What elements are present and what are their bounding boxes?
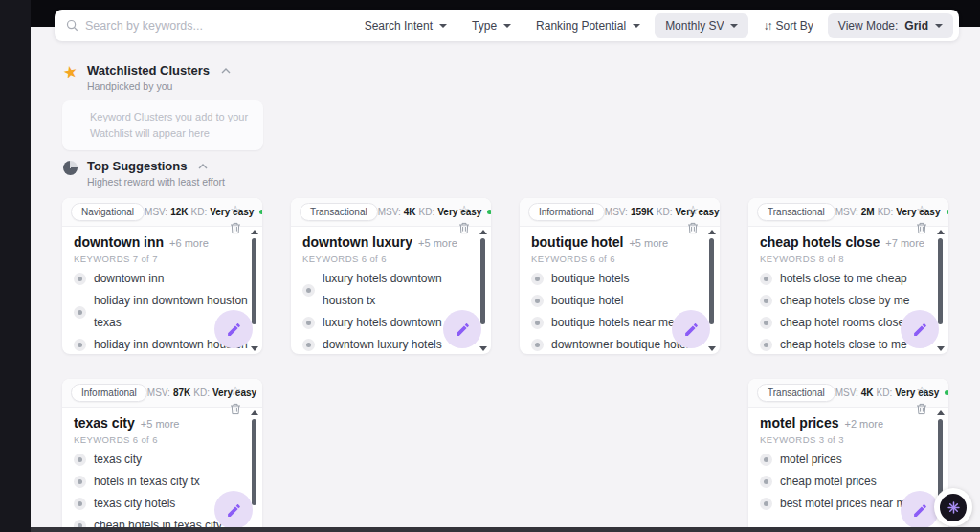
scroll-up-icon[interactable] [937, 230, 945, 234]
card-metrics: MSV:2M KD:Very easy [835, 207, 948, 217]
intent-badge[interactable]: Transactional [300, 203, 378, 221]
scroll-up-icon[interactable] [937, 410, 945, 415]
delete-cluster-button[interactable] [230, 403, 241, 415]
watchlist-star-button[interactable]: ☆ [916, 204, 927, 216]
collapse-chevron-icon[interactable] [221, 68, 231, 74]
keyword-label: cheap motel prices [780, 471, 877, 493]
intent-badge[interactable]: Informational [71, 384, 147, 402]
keyword-label: downtown luxury hotels [323, 334, 442, 354]
keyword-bullet-icon [760, 339, 772, 351]
keyword-label: luxury hotels downtown houston tx [323, 268, 479, 312]
filter-ranking-potential[interactable]: Ranking Potential [525, 13, 651, 38]
trash-icon [687, 222, 699, 234]
keyword-label: cheap hotels in texas city [94, 515, 222, 527]
keyword-item[interactable]: hotels close to me cheap [760, 268, 937, 290]
assistant-starburst-icon [940, 494, 967, 521]
keyword-bullet-icon [760, 454, 772, 466]
intent-badge[interactable]: Transactional [757, 384, 835, 402]
cluster-card: Transactional MSV:2M KD:Very easy cheap … [748, 198, 948, 354]
filter-search-intent[interactable]: Search Intent [354, 13, 457, 38]
view-mode-button[interactable]: View Mode:Grid [828, 13, 953, 38]
more-keywords-label: +5 more [418, 235, 457, 251]
keywords-count: KEYWORDS 7 of 7 [74, 254, 251, 264]
edit-pencil-button[interactable] [901, 310, 939, 348]
more-keywords-label: +2 more [844, 416, 883, 432]
keyword-item[interactable]: cheap motel prices [760, 471, 937, 493]
kd-status-dot [945, 390, 948, 395]
msv-label: MSV: [145, 207, 167, 217]
intent-badge[interactable]: Navigational [71, 203, 145, 221]
assistant-fab-button[interactable] [934, 488, 972, 526]
cluster-cards-grid: Navigational MSV:12K KD:Very easy downto… [62, 198, 948, 527]
keyword-item[interactable]: downtown inn [74, 268, 251, 290]
scrollbar-thumb[interactable] [252, 419, 256, 505]
keyword-item[interactable]: boutique hotels [531, 268, 708, 290]
edit-pencil-button[interactable] [443, 310, 481, 348]
keyword-item[interactable]: motel prices [760, 449, 937, 471]
filter-monthly-sv[interactable]: Monthly SV [655, 13, 748, 38]
msv-value: 12K [170, 207, 188, 217]
watchlist-star-icon: ★ [62, 64, 78, 80]
toolbar-filters: Search Intent Type Ranking Potential Mon… [354, 13, 953, 38]
delete-cluster-button[interactable] [916, 222, 927, 234]
msv-label: MSV: [147, 388, 170, 398]
keywords-count: KEYWORDS 6 of 6 [531, 254, 708, 264]
delete-cluster-button[interactable] [230, 222, 241, 234]
watchlist-star-button[interactable]: ☆ [230, 204, 241, 216]
filter-type[interactable]: Type [461, 13, 522, 38]
scroll-down-icon[interactable] [937, 346, 945, 351]
scrollbar-thumb[interactable] [252, 238, 256, 324]
scroll-down-icon[interactable] [251, 346, 258, 351]
keyword-item[interactable]: cheap hotels close by me [760, 290, 937, 312]
delete-cluster-button[interactable] [916, 403, 927, 415]
keyword-item[interactable]: luxury hotels downtown houston tx [302, 268, 479, 312]
watchlist-section-header: ★ Watchlisted Clusters Handpicked by you [62, 63, 231, 92]
watchlist-star-button[interactable]: ☆ [458, 204, 470, 216]
kd-status-dot [947, 210, 949, 214]
search-input[interactable]: Search by keywords... [66, 19, 354, 33]
keyword-item[interactable]: boutique hotel [531, 290, 708, 312]
bottom-edge-bar [31, 527, 980, 532]
scroll-down-icon[interactable] [708, 346, 716, 351]
card-metrics: MSV:4K KD:Very easy [378, 207, 491, 217]
keyword-bullet-icon [531, 295, 544, 307]
delete-cluster-button[interactable] [458, 222, 470, 234]
cluster-card: Navigational MSV:12K KD:Very easy downto… [62, 198, 262, 354]
watchlist-star-button[interactable]: ☆ [230, 385, 241, 397]
delete-cluster-button[interactable] [687, 222, 699, 234]
msv-value: 2M [861, 207, 875, 217]
keyword-label: motel prices [780, 449, 842, 471]
pencil-icon [912, 321, 928, 338]
scroll-up-icon[interactable] [708, 230, 716, 234]
edit-pencil-button[interactable] [214, 491, 253, 527]
keyword-bullet-icon [74, 306, 86, 319]
sort-by-button[interactable]: ↓↑Sort By [752, 13, 823, 38]
scroll-up-icon[interactable] [251, 230, 258, 234]
cluster-title: texas city [74, 415, 135, 431]
kd-label: KD: [190, 207, 207, 217]
edit-pencil-button[interactable] [214, 310, 253, 348]
scroll-down-icon[interactable] [479, 346, 487, 351]
suggestions-subtitle: Highest reward with least effort [87, 176, 225, 188]
watchlist-star-button[interactable]: ☆ [916, 385, 927, 397]
edit-pencil-button[interactable] [901, 491, 939, 527]
scroll-up-icon[interactable] [251, 410, 258, 415]
scrollbar-thumb[interactable] [480, 238, 485, 324]
intent-badge[interactable]: Transactional [757, 203, 835, 221]
keyword-item[interactable]: texas city [74, 449, 251, 471]
keyword-item[interactable]: hotels in texas city tx [74, 471, 251, 493]
collapse-chevron-icon[interactable] [198, 164, 208, 169]
trash-icon [458, 222, 470, 234]
scroll-up-icon[interactable] [479, 230, 487, 234]
search-icon [66, 19, 78, 32]
scrollbar-thumb[interactable] [709, 238, 714, 324]
scrollbar-thumb[interactable] [938, 238, 943, 324]
left-edge-panel [0, 0, 31, 532]
watchlist-star-button[interactable]: ☆ [687, 204, 699, 216]
intent-badge[interactable]: Informational [528, 203, 605, 221]
keyword-bullet-icon [74, 498, 86, 510]
cluster-title: boutique hotel [531, 234, 623, 250]
card-metrics: MSV:4K KD:Very easy [835, 388, 948, 398]
keyword-bullet-icon [531, 339, 544, 351]
edit-pencil-button[interactable] [672, 310, 710, 348]
